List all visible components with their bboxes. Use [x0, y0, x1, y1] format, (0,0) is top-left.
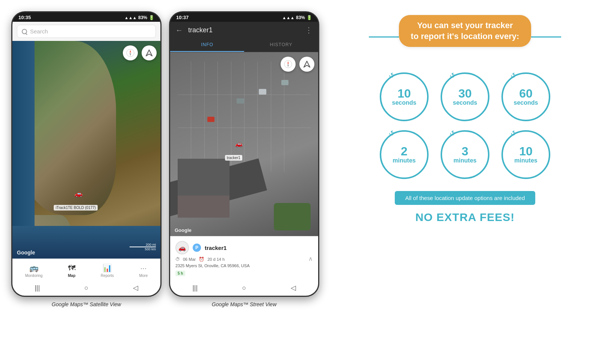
circles-grid: ↺ 10 seconds ↺ 30 seconds ↺ 60 seconds ↺…	[380, 72, 550, 179]
satellite-map-bg: 🚗 iTrack1TE BOLD (0177) Google 200 mi 50…	[12, 41, 160, 259]
scale-bar: 200 mi 500 km	[130, 243, 156, 251]
phone1-signal: ▲▲▲	[124, 15, 137, 20]
tracker-address: 2325 Myers St, Oroville, CA 95966, USA	[175, 263, 313, 268]
banner-line-left	[369, 36, 399, 38]
phone1-status-bar: 10:35 ▲▲▲ 83% 🔋	[12, 12, 160, 22]
banner-line-right	[531, 36, 561, 38]
google-watermark-2: Google	[175, 227, 192, 233]
scale-text-km: 500 km	[145, 247, 156, 251]
scale-text-miles: 200 mi	[146, 243, 156, 247]
nav-label-more: More	[139, 274, 148, 278]
tracker-date: 06 Mar	[183, 257, 196, 262]
compass-button[interactable]	[123, 45, 138, 60]
phone2-android-nav: ||| ○ ◁	[170, 281, 318, 296]
circle-number-2: 30	[458, 87, 472, 99]
menu-dots-icon[interactable]: ⋮	[305, 26, 313, 35]
circle-unit-6: minutes	[514, 157, 537, 164]
parking-lot-bg	[170, 52, 318, 236]
tracker-label: iTrack1TE BOLD (0177)	[54, 205, 98, 211]
included-banner: All of these location update options are…	[395, 191, 536, 205]
android-back-btn[interactable]: |||	[35, 284, 40, 292]
nav-item-reports[interactable]: 📊 Reports	[97, 262, 118, 279]
phone2-header: ← tracker1 ⋮	[170, 22, 318, 38]
android2-home-btn[interactable]: ○	[242, 284, 246, 292]
phone1-mockup: 10:35 ▲▲▲ 83% 🔋 Search	[11, 11, 162, 297]
circle-2min: ↺ 2 minutes	[380, 130, 429, 179]
phone1-map[interactable]: 🚗 iTrack1TE BOLD (0177) Google 200 mi 50…	[12, 41, 160, 259]
circle-number-3: 60	[519, 87, 533, 99]
android-recents-btn[interactable]: ◁	[133, 284, 138, 292]
info-graphic-panel: You can set your trackerto report it's l…	[327, 0, 607, 235]
tracker-car-2: 🚗	[235, 140, 243, 147]
tab-info[interactable]: INFO	[170, 38, 244, 52]
nav-item-monitoring[interactable]: 🚌 Monitoring	[21, 262, 47, 279]
tracker-p-badge: P	[193, 244, 201, 252]
phone1-battery-icon: 🔋	[149, 15, 154, 20]
phone2-battery: 83%	[296, 15, 305, 20]
circle-number-5: 3	[462, 145, 468, 157]
circle-number-1: 10	[397, 87, 411, 99]
circle-number-4: 2	[401, 145, 408, 157]
phone2-caption: Google Maps™ Street View	[212, 297, 277, 307]
phone2-tabs: INFO HISTORY	[170, 38, 318, 52]
reports-icon: 📊	[103, 263, 112, 272]
monitoring-icon: 🚌	[29, 263, 39, 272]
search-input[interactable]: Search	[30, 28, 48, 35]
tab-history[interactable]: HISTORY	[244, 38, 318, 52]
included-text: All of these location update options are…	[405, 195, 525, 201]
nav-item-more[interactable]: ··· More	[135, 262, 151, 279]
time-badge: 5 h	[175, 271, 185, 276]
tracker-meta-row: ⏱ 06 Mar ⏰ 20 d 14 h	[175, 257, 313, 262]
search-icon	[22, 29, 27, 34]
android2-recents-btn[interactable]: ◁	[291, 284, 296, 292]
circle-arrow-4: ↺	[387, 129, 396, 139]
circle-30sec: ↺ 30 seconds	[441, 72, 489, 121]
circle-arrow-1: ↺	[387, 71, 396, 81]
phone1-search-bar[interactable]: Search	[17, 25, 156, 38]
circle-unit-5: minutes	[453, 157, 476, 164]
phone1-search-container: Search	[12, 22, 160, 41]
navigate-button-2[interactable]	[299, 57, 314, 72]
circle-10min: ↺ 10 minutes	[501, 130, 550, 179]
google-watermark: Google	[17, 250, 35, 256]
back-arrow-icon[interactable]: ←	[175, 26, 183, 35]
circle-arrow-3: ↺	[509, 71, 518, 81]
headline-banner: You can set your trackerto report it's l…	[399, 15, 532, 47]
nav-label-monitoring: Monitoring	[25, 274, 43, 278]
phone2-mockup: 10:37 ▲▲▲ 83% 🔋 ← tracker1 ⋮ INFO HI	[169, 11, 319, 297]
tracker-info-inner: 🚗 P tracker1 ∧ ⏱ 06 Mar ⏰ 20 d 14 h 2325…	[175, 241, 313, 276]
svg-marker-7	[304, 61, 310, 67]
clock-icon: ⏱	[175, 257, 180, 262]
circle-3min: ↺ 3 minutes	[441, 130, 489, 179]
tracker-pin: 🚗	[74, 190, 83, 198]
header-title: tracker1	[188, 26, 300, 34]
phone2-battery-icon: 🔋	[307, 15, 312, 20]
tracker-info-panel: 🚗 P tracker1 ∧ ⏱ 06 Mar ⏰ 20 d 14 h 2325…	[170, 236, 318, 281]
circle-60sec: ↺ 60 seconds	[501, 72, 550, 121]
timer-icon: ⏰	[199, 257, 204, 262]
nav-label-reports: Reports	[101, 274, 114, 278]
compass-button-2[interactable]	[281, 57, 296, 72]
circle-arrow-2: ↺	[448, 71, 457, 81]
panel-expand-icon[interactable]: ∧	[308, 255, 313, 262]
tracker-label-2: tracker1	[225, 155, 242, 161]
phone1-time: 10:35	[18, 15, 31, 20]
navigate-button[interactable]	[142, 45, 157, 60]
android2-back-btn[interactable]: |||	[192, 284, 198, 292]
banner-row: You can set your trackerto report it's l…	[334, 15, 596, 59]
phone2-map[interactable]: 🚗 tracker1 Google	[170, 52, 318, 236]
circle-unit-2: seconds	[453, 99, 477, 106]
circle-arrow-6: ↺	[509, 129, 518, 139]
nav-item-map[interactable]: 🗺 Map	[64, 262, 79, 279]
map-icon: 🗺	[68, 264, 75, 272]
circle-10sec: ↺ 10 seconds	[380, 72, 429, 121]
circle-arrow-5: ↺	[448, 129, 457, 139]
headline-text: You can set your trackerto report it's l…	[411, 20, 519, 42]
tracker-car-icon: 🚗	[175, 241, 189, 254]
android-home-btn[interactable]: ○	[85, 284, 89, 292]
circle-unit-3: seconds	[514, 99, 538, 106]
phone2-status-bar: 10:37 ▲▲▲ 83% 🔋	[170, 12, 318, 22]
phone1-android-nav: ||| ○ ◁	[12, 281, 160, 296]
svg-marker-3	[146, 50, 152, 56]
tracker-name: tracker1	[205, 245, 226, 251]
